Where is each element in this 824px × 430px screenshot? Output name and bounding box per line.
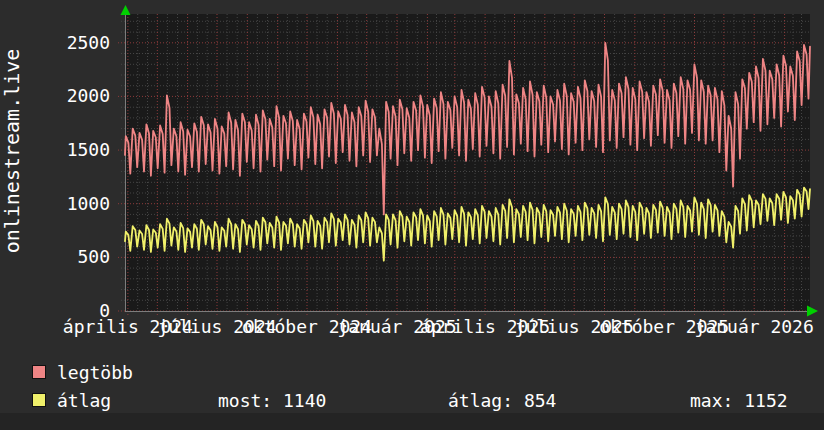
stat-atlag-label: átlag: <box>448 390 513 411</box>
graph-panel: onlinestream.live 05001000150020002500 á… <box>0 0 824 430</box>
y-axis-label: 500 <box>0 247 110 267</box>
y-axis-label: 2500 <box>0 33 110 53</box>
stat-max-label: max: <box>690 390 733 411</box>
stat-most: most: 1140 <box>218 391 326 411</box>
legend-label-legtobb: legtöbb <box>57 363 133 383</box>
y-axis-label: 2000 <box>0 86 110 106</box>
y-axis-label: 1500 <box>0 140 110 160</box>
axis-arrow-up-icon <box>121 5 131 15</box>
y-axis-label: 1000 <box>0 194 110 214</box>
bottom-strip <box>0 413 824 430</box>
legend-swatch-atlag <box>32 393 46 407</box>
stat-atlag-value: 854 <box>524 390 557 411</box>
stat-max: max: 1152 <box>690 391 788 411</box>
plot-area <box>125 14 810 311</box>
x-axis-label: január 2026 <box>695 317 814 337</box>
stat-most-label: most: <box>218 390 272 411</box>
legend-label-atlag: átlag <box>57 391 111 411</box>
legend-swatch-legtobb <box>32 365 46 379</box>
stat-max-value: 1152 <box>744 390 787 411</box>
stat-atlag: átlag: 854 <box>448 391 556 411</box>
axis-arrow-right-icon <box>807 306 818 317</box>
stat-most-value: 1140 <box>283 390 326 411</box>
